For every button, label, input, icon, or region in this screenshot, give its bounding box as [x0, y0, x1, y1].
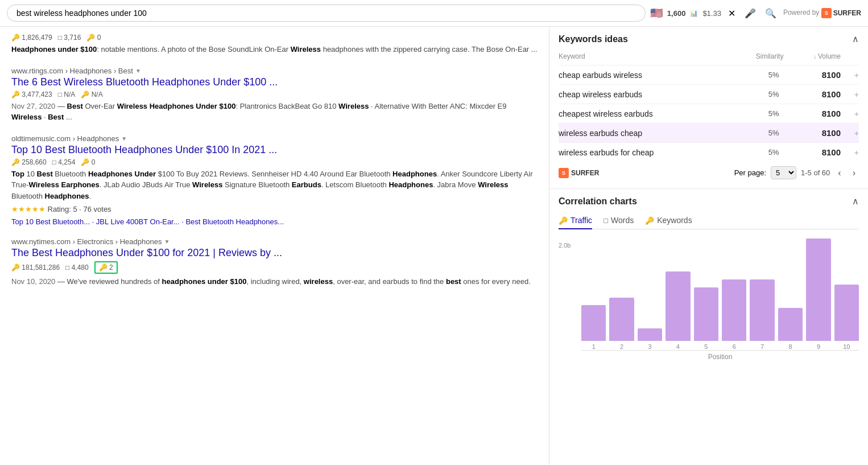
- bar-10: [834, 285, 859, 341]
- action-cell-0: +: [845, 65, 859, 85]
- add-keyword-btn-1[interactable]: +: [854, 90, 859, 99]
- result-title-3[interactable]: Top 10 Best Bluetooth Headphones Under $…: [11, 144, 538, 156]
- bar-label-9: 9: [817, 343, 820, 350]
- action-cell-1: +: [845, 85, 859, 104]
- dropdown-arrow-2[interactable]: ▼: [135, 68, 141, 74]
- prev-page-button[interactable]: ‹: [834, 167, 844, 179]
- bar-label-3: 3: [648, 343, 651, 350]
- keyword-row-0: cheap earbuds wireless 5% 8100 +: [559, 65, 859, 85]
- bar-label-2: 2: [620, 343, 623, 350]
- correlation-section-title: Correlation charts: [559, 196, 637, 207]
- action-cell-3: +: [845, 124, 859, 143]
- search-bar: 🇺🇸 1,600 📊 $1.33 ✕ 🎤 🔍 Powered by S SURF…: [0, 0, 868, 27]
- keyword-row-2: cheapest wireless earbuds 5% 8100 +: [559, 104, 859, 124]
- result-meta-page-4: □ 4,480: [65, 264, 89, 271]
- bar-1: [581, 305, 606, 341]
- tab-words-label: Words: [611, 216, 634, 225]
- similarity-cell-2: 5%: [730, 104, 788, 124]
- keyword-cell-2: cheapest wireless earbuds: [559, 104, 730, 124]
- result-meta-key-2: 🔑 3,477,423: [11, 90, 52, 98]
- search-results: 🔑 1,826,479 □ 3,716 🔑 0 Headphones under…: [0, 27, 549, 465]
- result-meta-key-4a: 🔑 181,581,286: [11, 264, 60, 271]
- close-button[interactable]: ✕: [726, 6, 738, 21]
- result-block-4: www.nytimes.com › Electronics › Headphon…: [11, 237, 538, 287]
- result-meta-link-icon-1: 🔑 0: [86, 34, 101, 42]
- tab-traffic-label: Traffic: [571, 216, 592, 225]
- bar-7: [750, 279, 774, 341]
- volume-badge: 1,600: [667, 9, 686, 18]
- result-title-4[interactable]: The Best Headphones Under $100 for 2021 …: [11, 247, 538, 259]
- col-volume[interactable]: ↓ Volume: [788, 50, 845, 65]
- tab-words[interactable]: □ Words: [604, 212, 634, 229]
- keywords-icon: 🔑: [645, 216, 654, 225]
- result-meta-link-2: 🔑 N/A: [81, 90, 102, 98]
- bar-9: [806, 238, 830, 341]
- result-snippet-2: Nov 27, 2020 — Best Over-Ear Wireless He…: [11, 101, 538, 123]
- result-block-3: oldtimemusic.com › Headphones ▼ Top 10 B…: [11, 134, 538, 226]
- keyword-cell-1: cheap wireless earbuds: [559, 85, 730, 104]
- tab-keywords[interactable]: 🔑 Keywords: [645, 212, 692, 229]
- flag-icon: 🇺🇸: [650, 7, 663, 19]
- chart-baseline: [581, 350, 859, 351]
- result-meta-key-3: 🔑 258,660: [11, 158, 47, 166]
- dropdown-arrow-4[interactable]: ▼: [164, 238, 170, 245]
- keywords-collapse-button[interactable]: ∧: [852, 34, 859, 44]
- search-button[interactable]: 🔍: [763, 6, 779, 21]
- bar-chart: 2.0b 12345678910 Position: [559, 236, 859, 373]
- result-snippet-3: Top 10 Best Bluetooth Headphones Under $…: [11, 168, 538, 202]
- result-meta-3: 🔑 258,660 □ 4,254 🔑 0: [11, 158, 538, 166]
- similarity-cell-0: 5%: [730, 65, 788, 85]
- per-page-select[interactable]: 5 10 20: [771, 166, 796, 179]
- result-rating-3: ★★★★★ Rating: 5 · 76 votes: [11, 204, 538, 215]
- bar-label-7: 7: [760, 343, 764, 350]
- result-title-2[interactable]: The 6 Best Wireless Bluetooth Headphones…: [11, 76, 538, 88]
- bar-wrap-8: 8: [778, 308, 803, 350]
- result-url-3: oldtimemusic.com › Headphones ▼: [11, 134, 538, 143]
- bar-label-10: 10: [843, 343, 850, 350]
- add-keyword-btn-0[interactable]: +: [854, 71, 859, 80]
- keywords-table: Keyword Similarity ↓ Volume cheap earbud…: [559, 50, 859, 162]
- keyword-row-4: wireless earbuds for cheap 5% 8100 +: [559, 143, 859, 162]
- bar-wrap-9: 9: [806, 238, 830, 350]
- correlation-section-header: Correlation charts ∧: [559, 196, 859, 207]
- search-meta: 🇺🇸 1,600 📊 $1.33 ✕ 🎤 🔍: [650, 6, 779, 21]
- bar-wrap-1: 1: [581, 305, 606, 350]
- keyword-row-3: wireless earbuds cheap 5% 8100 +: [559, 124, 859, 143]
- result-block-1: 🔑 1,826,479 □ 3,716 🔑 0 Headphones under…: [11, 34, 538, 55]
- bar-wrap-2: 2: [609, 298, 634, 350]
- chart-bars: 12345678910: [581, 236, 859, 350]
- correlation-section: Correlation charts ∧ 🔑 Traffic □ Words 🔑…: [549, 189, 868, 465]
- keywords-section-header: Keywords ideas ∧: [559, 34, 859, 44]
- add-keyword-btn-3[interactable]: +: [854, 129, 859, 138]
- result-meta-2: 🔑 3,477,423 □ N/A 🔑 N/A: [11, 90, 538, 98]
- dropdown-arrow-3[interactable]: ▼: [121, 135, 127, 142]
- correlation-collapse-button[interactable]: ∧: [852, 196, 859, 207]
- search-input[interactable]: [7, 5, 646, 22]
- tab-keywords-label: Keywords: [657, 216, 692, 225]
- bar-2: [609, 298, 634, 341]
- result-meta-1: 🔑 1,826,479 □ 3,716 🔑 0: [11, 34, 538, 42]
- bar-label-6: 6: [733, 343, 736, 350]
- surfer-logo: S SURFER: [821, 8, 861, 18]
- volume-cell-4: 8100: [788, 143, 845, 162]
- similarity-cell-4: 5%: [730, 143, 788, 162]
- add-keyword-btn-4[interactable]: +: [854, 148, 859, 157]
- bar-wrap-5: 5: [694, 287, 718, 350]
- result-date-4: Nov 10, 2020: [11, 277, 55, 286]
- chart-tabs: 🔑 Traffic □ Words 🔑 Keywords: [559, 212, 859, 229]
- col-keyword: Keyword: [559, 50, 730, 65]
- result-snippet-1: Headphones under $100: notable mentions.…: [11, 44, 538, 55]
- mic-button[interactable]: 🎤: [742, 6, 758, 21]
- bar-wrap-6: 6: [722, 279, 746, 350]
- sort-arrow: ↓: [813, 54, 818, 60]
- bar-label-5: 5: [704, 343, 708, 350]
- bar-3: [638, 328, 662, 341]
- add-keyword-btn-2[interactable]: +: [854, 109, 859, 118]
- surfer-icon-pagination: S: [559, 168, 569, 178]
- keywords-section: Keywords ideas ∧ Keyword Similarity ↓ Vo…: [549, 27, 868, 189]
- pagination-row: S SURFER Per page: 5 10 20 1-5 of 60 ‹ ›: [559, 162, 859, 182]
- surfer-icon: S: [821, 8, 832, 18]
- tab-traffic[interactable]: 🔑 Traffic: [559, 212, 592, 229]
- next-page-button[interactable]: ›: [849, 167, 859, 179]
- result-meta-link-4: 🔑 2: [94, 261, 118, 274]
